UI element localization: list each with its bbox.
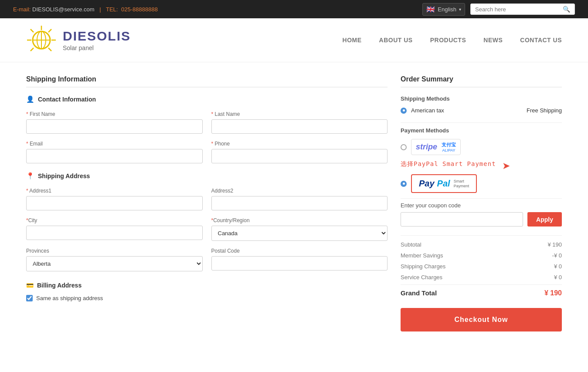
grand-total-row: Grand Total ¥ 190 [401, 284, 562, 299]
country-group: *Country/Region Canada United States Uni… [211, 217, 388, 241]
postal-group: Postal Code [211, 248, 388, 271]
postal-label: Postal Code [211, 248, 388, 254]
phone-label: * Phone [211, 141, 388, 147]
svg-line-7 [31, 48, 34, 51]
last-name-input[interactable] [211, 119, 388, 134]
main-content: Shipping Information 👤 Contact Informati… [0, 62, 588, 345]
arrow-paypal: ➤ [500, 160, 510, 172]
city-country-row: *City *Country/Region Canada United Stat… [26, 217, 387, 241]
logo-icon [26, 25, 57, 55]
stripe-payment-option: stripe 支付宝 ALIPAY [401, 139, 562, 155]
brand-sub: Solar panel [63, 44, 131, 51]
alipay-subtext: ALIPAY [442, 148, 455, 152]
address2-group: Address2 [211, 188, 388, 210]
nav-about[interactable]: ABOUT US [379, 37, 413, 44]
apply-button[interactable]: Apply [527, 212, 562, 227]
flag-icon: 🇬🇧 [426, 5, 435, 14]
price-table: Subtotal ¥ 190 Member Savings -¥ 0 Shipp… [401, 239, 562, 299]
country-label: *Country/Region [211, 217, 388, 223]
arrow-icon: ➤ [502, 160, 510, 172]
header: DIESOLIS Solar panel HOME ABOUT US PRODU… [0, 18, 588, 62]
service-charges-label: Service Charges [401, 274, 442, 281]
city-label: *City [26, 217, 203, 223]
paypal-radio-inner [403, 183, 405, 185]
address1-label: * Address1 [26, 188, 203, 194]
divider-1 [401, 122, 562, 123]
same-address-label[interactable]: Same as shipping address [36, 295, 103, 301]
alipay-logo: 支付宝 ALIPAY [442, 142, 456, 152]
email-label: * Email [26, 141, 203, 147]
paypal-logo-box[interactable]: Pay Pal Smart Payment [411, 174, 477, 193]
shipping-radio-selected[interactable] [401, 108, 407, 114]
shipping-option-name: American tax [411, 107, 522, 114]
address-section-title: 📍 Shipping Address [26, 172, 387, 180]
address1-group: * Address1 [26, 188, 203, 210]
subtotal-label: Subtotal [401, 241, 421, 248]
nav-home[interactable]: HOME [343, 37, 362, 44]
card-icon: 💳 [26, 282, 34, 289]
shipping-option-price: Free Shipping [527, 107, 562, 114]
shipping-charges-value: ¥ 0 [554, 263, 562, 270]
nav-products[interactable]: PRODUCTS [430, 37, 466, 44]
chevron-down-icon: ▾ [459, 7, 461, 12]
first-name-label: * First Name [26, 111, 203, 117]
language-selector[interactable]: 🇬🇧 English ▾ [422, 3, 465, 16]
billing-title: 💳 Billing Address [26, 282, 387, 289]
address2-label: Address2 [211, 188, 388, 194]
address2-input[interactable] [211, 196, 388, 210]
search-box[interactable]: 🔍 [470, 3, 575, 15]
shipping-info-title: Shipping Information [26, 75, 387, 88]
svg-line-8 [48, 29, 51, 32]
shipping-method-row: American tax Free Shipping [401, 107, 562, 114]
stripe-radio[interactable] [401, 144, 407, 150]
order-summary-title: Order Summary [401, 75, 562, 88]
same-address-checkbox[interactable] [26, 295, 33, 301]
svg-line-10 [48, 48, 51, 51]
nav-contact[interactable]: CONTACT US [520, 37, 562, 44]
brand-name: DIESOLIS [63, 29, 131, 44]
billing-section: 💳 Billing Address Same as shipping addre… [26, 282, 387, 301]
paypal-row: 选择PayPal Smart Payment ➤ [401, 160, 562, 172]
address1-input[interactable] [26, 196, 203, 210]
shipping-charges-row: Shipping Charges ¥ 0 [401, 261, 562, 272]
radio-inner [403, 109, 405, 112]
phone-input[interactable] [211, 149, 388, 163]
email-group: * Email [26, 141, 203, 163]
savings-value: -¥ 0 [552, 252, 562, 259]
tel-label: TEL: [106, 6, 118, 13]
stripe-logo[interactable]: stripe 支付宝 ALIPAY [411, 139, 461, 155]
paypal-radio-selected[interactable] [401, 181, 407, 187]
coupon-input[interactable] [401, 212, 523, 227]
same-address-row: Same as shipping address [26, 295, 387, 301]
svg-line-5 [31, 29, 34, 32]
paypal-payment-option: Pay Pal Smart Payment [401, 174, 562, 193]
country-select[interactable]: Canada United States United Kingdom Aust… [211, 226, 388, 241]
note-section: 选择PayPal Smart Payment [401, 160, 496, 172]
savings-label: Member Savings [401, 252, 443, 259]
city-input[interactable] [26, 226, 203, 240]
shipping-form: Shipping Information 👤 Contact Informati… [26, 75, 387, 331]
search-input[interactable] [475, 6, 563, 13]
email-value: DIESOLIS@service.com [32, 6, 95, 13]
checkout-button[interactable]: Checkout Now [401, 308, 562, 331]
grand-total-label: Grand Total [401, 289, 437, 297]
last-name-group: * Last Name [211, 111, 388, 134]
nav-news[interactable]: NEWS [483, 37, 503, 44]
top-bar: E-mail: DIESOLIS@service.com | TEL: 025-… [0, 0, 588, 18]
top-bar-right: 🇬🇧 English ▾ 🔍 [422, 3, 575, 16]
payment-methods-label: Payment Methods [401, 127, 562, 134]
service-charges-value: ¥ 0 [554, 274, 562, 281]
subtotal-row: Subtotal ¥ 190 [401, 239, 562, 250]
first-name-input[interactable] [26, 119, 203, 134]
email-input[interactable] [26, 149, 203, 163]
chinese-note: 选择PayPal Smart Payment [401, 160, 496, 168]
smart-payment-text: Smart Payment [454, 179, 469, 189]
coupon-row: Apply [401, 212, 562, 227]
contact-section-title: 👤 Contact Information [26, 95, 387, 103]
stripe-text: stripe [416, 142, 437, 152]
order-summary: Order Summary Shipping Methods American … [401, 75, 562, 331]
province-select[interactable]: Alberta British Columbia Ontario Quebec [26, 256, 203, 271]
province-group: Provinces Alberta British Columbia Ontar… [26, 248, 203, 271]
logo: DIESOLIS Solar panel [26, 25, 131, 55]
postal-input[interactable] [211, 256, 388, 271]
